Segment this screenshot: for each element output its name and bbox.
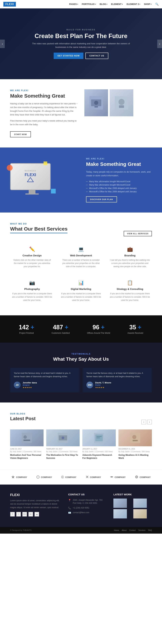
nav-item-element[interactable]: ELEMENT ▾ xyxy=(111,3,123,6)
logos-section: ★ COMPANY ⬡ COMPANY © COMPANY ✕ COMPANY … xyxy=(0,470,162,484)
services-title: What Our Best Services xyxy=(10,226,68,233)
blog-image-1 xyxy=(10,430,44,446)
nav-item-shop[interactable]: SHOP ▾ xyxy=(144,3,151,6)
blog-card-1: JUNE 20, 2017 By Judy Jardin / 2 Comment… xyxy=(10,430,44,460)
social-facebook[interactable]: f xyxy=(10,512,15,516)
author-role-1: designer xyxy=(23,384,37,386)
footer-main: FLEXI Lorem ipsum dolor sit amet, consec… xyxy=(0,484,162,527)
checklist-item-1: —Many Mac aficionados bought Microsoft E… xyxy=(86,180,152,183)
discover-plan-button[interactable]: DISCOVER OUR PLAN xyxy=(86,196,117,202)
creative-design-icon: ✏️ xyxy=(12,246,52,252)
footer-about-text: Lorem ipsum dolor sit amet, consectetur … xyxy=(10,499,61,509)
footer-col-contact: CONTACT US 📍 2540, Joseph Alexander Apr.… xyxy=(68,493,107,518)
footer-col-about: FLEXI Lorem ipsum dolor sit amet, consec… xyxy=(10,493,61,518)
monitor-brand-label: BUSINESS xyxy=(25,170,36,172)
photography-name: Photography xyxy=(12,288,52,290)
footer-copyright: © Designed by THEANTS. xyxy=(10,529,32,531)
footer-bottom: © Designed by THEANTS. Home About Contac… xyxy=(0,527,162,534)
services-grid: ✏️ Creative Design Visitors click on the… xyxy=(10,243,152,305)
blue-section-visual: BUSINESS FLEXI xyxy=(10,163,76,197)
footer-link-faq[interactable]: FAQ xyxy=(148,529,152,531)
testimonial-card-1: You've read the famous story, or at leas… xyxy=(10,368,79,392)
testimonials-section: TESTIMONIALS What They Say About Us You'… xyxy=(0,343,162,402)
services-section: WHAT WE DO What Our Best Services VIEW A… xyxy=(0,212,162,315)
partner-icon-4: ✕ xyxy=(86,475,89,479)
latest-thumb-2[interactable] xyxy=(133,498,147,508)
hero-buttons: GET STARTED NOW CONTACT US xyxy=(30,52,132,59)
strategy-name: Strategy & Consulting xyxy=(110,288,150,290)
footer-link-contact[interactable]: Contact xyxy=(129,529,136,531)
monitor-logo: BUSINESS FLEXI xyxy=(25,170,36,183)
latest-thumb-4[interactable] xyxy=(133,509,147,518)
blog-meta-3: By Judy Jardin / 1 Comment / 300 Views xyxy=(82,451,116,452)
view-all-services-button[interactable]: VIEW ALL SERVICES xyxy=(124,231,152,236)
creative-design-desc: Visitors click on the other member sites… xyxy=(12,258,52,268)
blue-badge: WE ARE FLEXI xyxy=(86,158,152,160)
author-stars-2: ★★★★★ xyxy=(95,386,111,389)
hero-description: The video was packed with information ab… xyxy=(30,42,132,49)
contact-us-button[interactable]: CONTACT US xyxy=(85,52,108,59)
blog-navigation: ‹ › xyxy=(141,420,152,424)
blog-meta-1: By Judy Jardin / 2 Comments / 350 Views xyxy=(10,451,44,452)
blog-post-title-4[interactable]: Going Meatless At A Meeting Work xyxy=(118,454,152,460)
partner-name-2: COMPANY xyxy=(41,476,52,478)
hero-next-arrow[interactable]: › xyxy=(157,40,162,48)
photography-desc: If you are in the market for a computer … xyxy=(12,292,52,302)
footer-link-about[interactable]: About xyxy=(122,529,126,531)
author-stars-1: ★★★★★ xyxy=(23,386,37,389)
footer-link-home[interactable]: Home xyxy=(114,529,119,531)
footer-latest-grid xyxy=(113,498,152,518)
nav-item-blog[interactable]: BLOG ▾ xyxy=(100,3,107,6)
blog-post-title-1[interactable]: Motivation And Your Personal Vision Begi… xyxy=(10,454,44,460)
blog-what-label: OUR BLOGS xyxy=(10,412,36,415)
blog-card-3: JANUARY 11, 2017 By Judy Jardin / 1 Comm… xyxy=(82,430,116,460)
intro-title: Make Something Great xyxy=(10,93,78,99)
blog-next-button[interactable]: › xyxy=(147,420,152,424)
digital-marketing-name: Digital Marketing xyxy=(61,288,101,290)
search-icon[interactable]: 🔍 xyxy=(155,2,159,6)
monitor-stand xyxy=(29,190,36,194)
monitor-brand-name: FLEXI xyxy=(25,172,36,177)
intro-illustration-1 xyxy=(89,96,103,110)
services-what-label: WHAT WE DO xyxy=(10,223,68,225)
blog-post-title-3[interactable]: Adwords Keyword Research For Beginners xyxy=(82,454,116,460)
latest-thumb-3[interactable] xyxy=(113,509,127,518)
author-name-2: David. T. Moore xyxy=(95,382,111,384)
intro-text-2: Flexi themes help you meet your baby's n… xyxy=(10,119,78,126)
navbar-logo[interactable]: FLEXI xyxy=(3,2,16,6)
social-cloud[interactable]: ☁ xyxy=(34,512,39,516)
social-twitter[interactable]: t xyxy=(16,512,21,516)
social-gplus[interactable]: G+ xyxy=(22,512,27,516)
start-now-button[interactable]: START NOW xyxy=(10,131,31,137)
monitor-base xyxy=(25,194,39,194)
nav-item-pages[interactable]: PAGES ▾ xyxy=(69,3,78,6)
service-item-photography: 📷 Photography If you are in the market f… xyxy=(10,276,54,305)
deco-square-yellow xyxy=(44,162,47,165)
footer-col-latest: LATEST WORK xyxy=(113,493,152,518)
blue-checklist: —Many Mac aficionados bought Microsoft E… xyxy=(86,180,152,193)
footer-email: 📧 contact@flexi.com xyxy=(68,511,107,514)
author-avatar-1: JD xyxy=(14,382,21,388)
social-linkedin[interactable]: in xyxy=(28,512,33,516)
intro-section: WE ARE FLEXI Make Something Great Having… xyxy=(0,79,162,148)
footer-link-services[interactable]: Services xyxy=(138,529,145,531)
stat-awards-label: Awards Received xyxy=(127,332,143,334)
footer-nav-links: Home About Contact Services FAQ xyxy=(114,529,152,531)
check-icon-1: — xyxy=(86,180,88,182)
get-started-button[interactable]: GET STARTED NOW xyxy=(54,52,83,59)
blog-prev-button[interactable]: ‹ xyxy=(141,420,146,424)
blog-post-title-2[interactable]: The Motivation Is First Step To Success xyxy=(46,454,80,460)
svg-rect-16 xyxy=(97,436,102,437)
stat-projects-label: Project Finished xyxy=(19,332,34,334)
stat-projects: 142 + Project Finished xyxy=(19,324,34,334)
blog-card-2: FEBRUARY 20, 2017 By Judy Jardin / 2 Com… xyxy=(46,430,80,460)
testimonials-grid: You've read the famous story, or at leas… xyxy=(10,368,152,392)
nav-item-element2[interactable]: ELEMENT 2 ▾ xyxy=(126,3,140,6)
blog-image-2 xyxy=(46,430,80,446)
hero-prev-arrow[interactable]: ‹ xyxy=(0,40,5,48)
nav-item-portfolio[interactable]: PORTFOLIO ▾ xyxy=(82,3,96,6)
latest-thumb-1[interactable] xyxy=(113,498,127,508)
footer-address: 📍 2540, Joseph Alexander Apr. 703 Port H… xyxy=(68,498,107,504)
intro-image-1 xyxy=(84,89,108,116)
author-info-2: David. T. Moore Doctor ★★★★★ xyxy=(95,382,111,389)
